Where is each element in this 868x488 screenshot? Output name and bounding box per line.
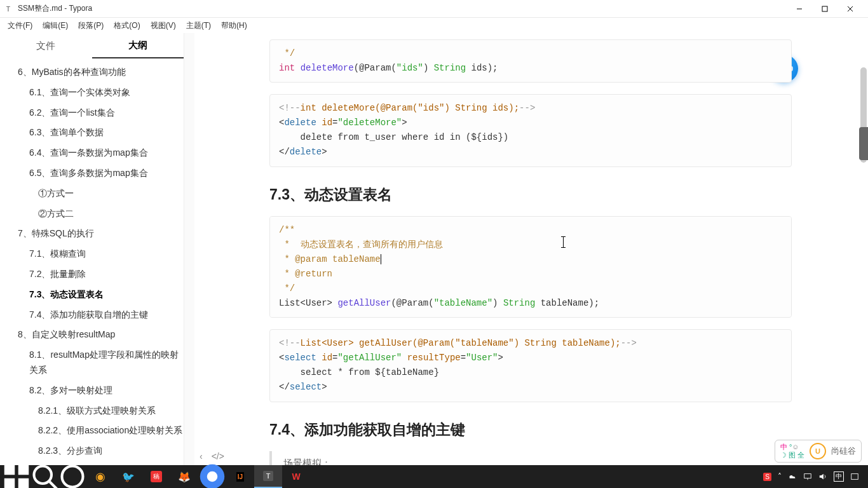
outline-item[interactable]: 6.5、查询多条数据为map集合	[3, 163, 184, 184]
editor-content[interactable]: 00:00 */ int deleteMore(@Param("ids") St…	[194, 33, 868, 465]
task-app-1[interactable]: ◉	[86, 465, 114, 488]
outline-item[interactable]: 6.3、查询单个数据	[3, 123, 184, 143]
tray-network-icon[interactable]	[803, 472, 812, 481]
sidebar: 文件 大纲 6、MyBatis的各种查询功能6.1、查询一个实体类对象6.2、查…	[0, 33, 184, 465]
tray-notifications-icon[interactable]	[850, 472, 859, 481]
watermark-overlay: 中 °☺ ☽ 图 全 U 尚硅谷	[775, 440, 862, 463]
outline-item[interactable]: 6.2、查询一个list集合	[3, 103, 184, 123]
maximize-button[interactable]	[812, 0, 837, 18]
code-block-xml-getalluser[interactable]: <!--List<User> getAllUser(@Param("tableN…	[269, 329, 792, 402]
blockquote-scenario[interactable]: 场景模拟： t_clazz(clazz_id,clazz_name) t_stu…	[269, 451, 792, 466]
outline-item[interactable]: 7、特殊SQL的执行	[3, 224, 184, 244]
brand-name: 尚硅谷	[831, 445, 856, 457]
menu-file[interactable]: 文件(F)	[4, 19, 36, 32]
scrollbar[interactable]	[860, 33, 867, 465]
tray-up-icon[interactable]: ˄	[778, 472, 782, 481]
code-block-java-delete[interactable]: */ int deleteMore(@Param("ids") String i…	[269, 39, 792, 83]
svg-text:T: T	[6, 4, 11, 12]
titlebar: T SSM整合.md - Typora	[0, 0, 868, 18]
task-intellij[interactable]: IJ	[226, 465, 254, 488]
window-title: SSM整合.md - Typora	[18, 3, 787, 14]
menu-paragraph[interactable]: 段落(P)	[74, 19, 107, 32]
tray-lang-icon[interactable]: 中	[834, 471, 844, 482]
back-button[interactable]: ‹	[200, 451, 203, 461]
code-block-java-getalluser[interactable]: /** * 动态设置表名，查询所有的用户信息 * @param tableNam…	[269, 216, 792, 318]
workspace: 文件 大纲 6、MyBatis的各种查询功能6.1、查询一个实体类对象6.2、查…	[0, 33, 868, 465]
heading-7-4: 7.4、添加功能获取自增的主键	[269, 420, 792, 440]
outline-item[interactable]: 7.4、添加功能获取自增的主键	[3, 305, 184, 325]
task-typora[interactable]: T	[254, 465, 282, 488]
task-app-2[interactable]: 🐦	[114, 465, 142, 488]
svg-point-9	[34, 466, 52, 484]
outline-item[interactable]: 8.2.2、使用association处理映射关系	[3, 421, 184, 441]
svg-rect-5	[4, 464, 15, 475]
editor-bottom-controls: ‹ </>	[200, 451, 224, 461]
outline-item[interactable]: 6、MyBatis的各种查询功能	[3, 62, 184, 83]
menu-theme[interactable]: 主题(T)	[182, 19, 215, 32]
cortana-button[interactable]	[58, 465, 86, 488]
svg-rect-8	[18, 478, 29, 488]
task-wps[interactable]: W	[282, 465, 310, 488]
outline-item[interactable]: 7.3、动态设置表名	[3, 285, 184, 305]
search-button[interactable]	[31, 465, 58, 488]
heading-7-3: 7.3、动态设置表名	[269, 185, 792, 205]
svg-point-11	[62, 466, 83, 487]
outline-item[interactable]: 8.2.3、分步查询	[3, 441, 184, 461]
tab-files[interactable]: 文件	[0, 33, 92, 58]
tab-outline[interactable]: 大纲	[92, 33, 184, 58]
task-firefox[interactable]: 🦊	[170, 465, 198, 488]
outline-item[interactable]: 8.2、多对一映射处理	[3, 381, 184, 401]
outline-item[interactable]: 7.1、模糊查询	[3, 244, 184, 264]
window-controls	[787, 0, 863, 18]
menu-view[interactable]: 视图(V)	[147, 19, 180, 32]
text-cursor-icon	[563, 236, 564, 248]
sidebar-tabs: 文件 大纲	[0, 33, 184, 58]
taskbar: ◉ 🐦 稿 🦊 IJ T W S ˄ 中	[0, 465, 868, 488]
svg-point-13	[207, 471, 218, 482]
system-tray[interactable]: S ˄ 中	[757, 471, 865, 482]
outline-item[interactable]: ①方式一	[3, 184, 184, 204]
outline-item[interactable]: 8.1、resultMap处理字段和属性的映射关系	[3, 345, 184, 381]
start-button[interactable]	[3, 465, 31, 488]
task-app-3[interactable]: 稿	[142, 465, 170, 488]
outline-item[interactable]: ②方式二	[3, 204, 184, 224]
svg-rect-7	[4, 478, 15, 488]
tray-volume-icon[interactable]	[818, 472, 827, 481]
close-button[interactable]	[837, 0, 863, 18]
svg-rect-2	[822, 6, 827, 11]
svg-rect-14	[804, 474, 811, 478]
task-chrome[interactable]	[198, 465, 226, 488]
svg-line-10	[50, 482, 57, 488]
minimize-button[interactable]	[787, 0, 812, 18]
sidebar-resize-handle[interactable]	[184, 33, 194, 465]
source-mode-button[interactable]: </>	[212, 451, 224, 461]
menu-help[interactable]: 帮助(H)	[217, 19, 251, 32]
right-edge-tab[interactable]	[859, 127, 868, 160]
svg-rect-6	[18, 464, 29, 475]
brand-logo-icon: U	[810, 443, 826, 459]
ime-status: 中 °☺ ☽ 图 全	[780, 443, 804, 459]
outline-item[interactable]: 8.2.1、级联方式处理映射关系	[3, 401, 184, 421]
menubar: 文件(F) 编辑(E) 段落(P) 格式(O) 视图(V) 主题(T) 帮助(H…	[0, 18, 868, 33]
tray-onedrive-icon[interactable]	[788, 472, 797, 481]
code-block-xml-delete[interactable]: <!--int deleteMore(@Param("ids") String …	[269, 94, 792, 166]
outline-item[interactable]: 7.2、批量删除	[3, 264, 184, 285]
svg-rect-16	[851, 474, 858, 480]
menu-edit[interactable]: 编辑(E)	[39, 19, 72, 32]
tray-ime-icon[interactable]: S	[763, 473, 771, 481]
outline-item[interactable]: 6.1、查询一个实体类对象	[3, 83, 184, 103]
outline-item[interactable]: 6.4、查询一条数据为map集合	[3, 143, 184, 163]
outline-panel[interactable]: 6、MyBatis的各种查询功能6.1、查询一个实体类对象6.2、查询一个lis…	[0, 58, 184, 465]
menu-format[interactable]: 格式(O)	[110, 19, 144, 32]
outline-item[interactable]: 8、自定义映射resultMap	[3, 325, 184, 345]
app-icon: T	[5, 4, 14, 13]
